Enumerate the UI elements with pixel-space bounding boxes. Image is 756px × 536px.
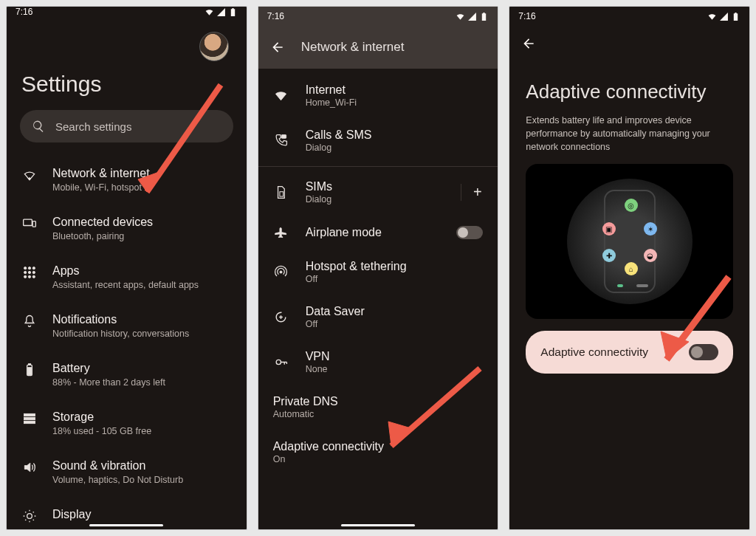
wifi-icon bbox=[274, 89, 288, 103]
item-connected-devices[interactable]: Connected devicesBluetooth, pairing bbox=[20, 205, 233, 253]
svg-rect-15 bbox=[24, 413, 35, 416]
battery-icon bbox=[22, 363, 37, 377]
vpn-icon bbox=[274, 355, 288, 369]
sound-icon bbox=[22, 460, 37, 475]
wifi-icon bbox=[22, 168, 37, 182]
airplane-icon bbox=[274, 225, 288, 239]
svg-rect-2 bbox=[32, 221, 35, 227]
svg-rect-17 bbox=[24, 421, 35, 423]
wifi-icon bbox=[707, 12, 717, 21]
devices-icon bbox=[22, 216, 37, 231]
dot-icon: ⌂ bbox=[625, 262, 638, 275]
bell-icon bbox=[22, 314, 37, 329]
svg-point-6 bbox=[24, 271, 27, 273]
status-bar: 7:16 bbox=[258, 7, 498, 26]
apps-icon bbox=[22, 265, 37, 280]
svg-point-5 bbox=[32, 267, 35, 269]
pill-indicator bbox=[617, 284, 623, 287]
svg-rect-22 bbox=[280, 192, 284, 196]
dot-icon: ✚ bbox=[602, 249, 616, 262]
svg-point-3 bbox=[24, 267, 27, 269]
svg-point-10 bbox=[28, 275, 30, 278]
svg-point-7 bbox=[28, 271, 30, 273]
item-adaptive-connectivity[interactable]: Adaptive connectivityOn bbox=[272, 430, 485, 475]
gesture-bar[interactable] bbox=[89, 524, 163, 526]
back-icon[interactable] bbox=[270, 40, 285, 55]
item-battery[interactable]: Battery88% - More than 2 days left bbox=[20, 351, 233, 399]
svg-point-25 bbox=[276, 360, 281, 364]
separator bbox=[258, 166, 498, 167]
status-icons bbox=[205, 7, 238, 17]
status-bar: 7:16 bbox=[7, 7, 247, 17]
item-internet[interactable]: InternetHome_Wi-Fi bbox=[272, 73, 485, 118]
svg-point-11 bbox=[32, 275, 35, 278]
adaptive-toggle[interactable] bbox=[689, 344, 718, 360]
screen-adaptive-connectivity: 7:16 Adaptive connectivity Extends batte… bbox=[509, 6, 750, 530]
wifi-icon bbox=[456, 12, 465, 21]
calls-icon bbox=[274, 134, 288, 148]
item-sims[interactable]: SIMsDialog + bbox=[272, 170, 485, 215]
item-airplane-mode[interactable]: Airplane mode bbox=[272, 215, 485, 250]
status-icons bbox=[707, 12, 740, 21]
hotspot-icon bbox=[274, 265, 288, 279]
item-calls-sms[interactable]: Calls & SMSDialog bbox=[272, 118, 485, 163]
status-time: 7:16 bbox=[518, 11, 535, 21]
page-description: Extends battery life and improves device… bbox=[526, 114, 733, 154]
status-icons bbox=[456, 12, 489, 21]
screen-network-internet: 7:16 Network & internet InternetHome_Wi-… bbox=[258, 6, 499, 530]
toggle-label: Adaptive connectivity bbox=[540, 346, 648, 359]
back-icon[interactable] bbox=[521, 36, 536, 51]
screen-settings-main: 7:16 Settings Search settings Network & … bbox=[6, 6, 247, 530]
signal-icon bbox=[467, 12, 477, 21]
signal-icon bbox=[719, 12, 729, 21]
dot-icon: ◒ bbox=[644, 249, 657, 262]
item-network[interactable]: Network & internetMobile, Wi-Fi, hotspot bbox=[20, 156, 233, 205]
svg-rect-16 bbox=[24, 417, 35, 419]
header-title: Network & internet bbox=[301, 40, 405, 55]
svg-rect-14 bbox=[28, 368, 32, 375]
data-saver-icon bbox=[274, 310, 288, 324]
status-time: 7:16 bbox=[16, 7, 32, 17]
item-vpn[interactable]: VPNNone bbox=[272, 340, 485, 385]
dot-icon: ◎ bbox=[625, 199, 638, 212]
item-sound[interactable]: Sound & vibrationVolume, haptics, Do Not… bbox=[20, 448, 233, 497]
search-icon bbox=[32, 120, 45, 133]
sim-icon bbox=[274, 185, 288, 199]
wifi-icon bbox=[205, 7, 214, 17]
svg-rect-1 bbox=[24, 219, 32, 225]
svg-rect-21 bbox=[281, 135, 286, 139]
display-icon bbox=[22, 509, 37, 523]
page-header: Network & internet bbox=[258, 26, 498, 69]
feature-illustration: ◎ ▣ ✶ ✚ ◒ ⌂ bbox=[526, 164, 733, 319]
airplane-toggle[interactable] bbox=[456, 226, 483, 239]
svg-point-9 bbox=[24, 275, 27, 278]
page-title: Adaptive connectivity bbox=[526, 80, 733, 103]
battery-icon bbox=[479, 12, 489, 21]
svg-point-0 bbox=[29, 178, 31, 180]
item-private-dns[interactable]: Private DNSAutomatic bbox=[272, 385, 485, 430]
dot-icon: ✶ bbox=[644, 222, 657, 236]
item-apps[interactable]: AppsAssistant, recent apps, default apps bbox=[20, 253, 233, 302]
profile-avatar[interactable] bbox=[199, 32, 229, 61]
adaptive-toggle-card[interactable]: Adaptive connectivity bbox=[526, 331, 733, 374]
item-storage[interactable]: Storage18% used - 105 GB free bbox=[20, 399, 233, 448]
status-bar: 7:16 bbox=[509, 7, 749, 26]
gesture-bar[interactable] bbox=[341, 524, 415, 526]
item-hotspot[interactable]: Hotspot & tetheringOff bbox=[272, 250, 485, 295]
add-sim-button[interactable]: + bbox=[461, 184, 483, 201]
item-data-saver[interactable]: Data SaverOff bbox=[272, 295, 485, 340]
status-time: 7:16 bbox=[267, 11, 284, 21]
search-input[interactable]: Search settings bbox=[20, 110, 233, 142]
svg-point-4 bbox=[28, 267, 30, 269]
settings-list: Network & internetMobile, Wi-Fi, hotspot… bbox=[20, 156, 233, 530]
svg-point-8 bbox=[32, 271, 35, 273]
svg-rect-13 bbox=[28, 364, 30, 365]
svg-point-23 bbox=[280, 271, 282, 273]
item-notifications[interactable]: NotificationsNotification history, conve… bbox=[20, 302, 233, 351]
storage-icon bbox=[22, 411, 37, 426]
dot-icon: ▣ bbox=[602, 222, 616, 236]
battery-icon bbox=[731, 12, 740, 21]
signal-icon bbox=[216, 7, 226, 17]
network-list: InternetHome_Wi-Fi Calls & SMSDialog SIM… bbox=[258, 69, 498, 475]
pill-indicator bbox=[636, 284, 648, 287]
